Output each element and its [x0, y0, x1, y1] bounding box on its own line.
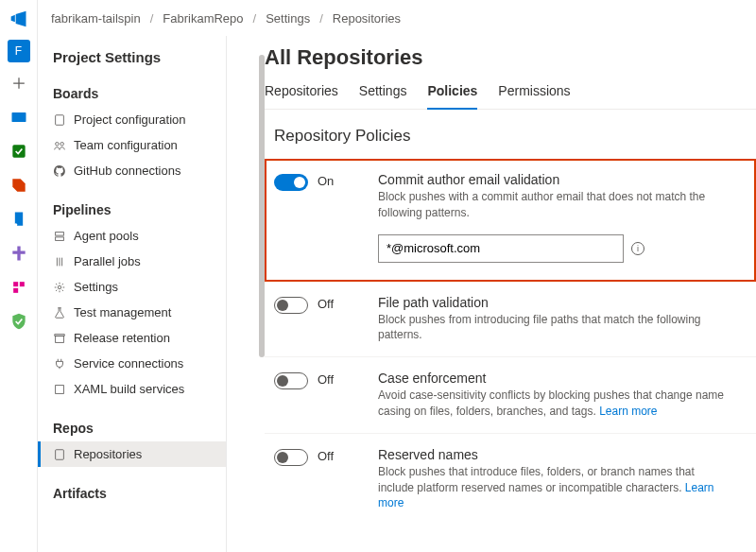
nav-item-label: Team configuration: [74, 138, 178, 152]
svg-rect-9: [56, 232, 64, 235]
extensions-icon[interactable]: [6, 274, 32, 301]
svg-rect-13: [56, 385, 64, 393]
tabs-bar: Repositories Settings Policies Permissio…: [265, 83, 756, 110]
nav-settings[interactable]: Settings: [38, 274, 226, 300]
nav-item-label: Parallel jobs: [74, 254, 141, 268]
policy-desc: Block pushes that introduce files, folde…: [378, 464, 728, 511]
learn-more-link[interactable]: Learn more: [599, 405, 657, 418]
svg-rect-0: [11, 112, 26, 122]
breadcrumb-separator-icon: /: [253, 11, 257, 26]
svg-point-11: [58, 285, 61, 289]
project-avatar-icon[interactable]: F: [8, 40, 30, 62]
nav-item-label: Settings: [74, 280, 118, 294]
nav-item-label: Project configuration: [74, 112, 186, 127]
tab-settings[interactable]: Settings: [359, 83, 407, 109]
section-title: Repository Policies: [265, 127, 756, 146]
breadcrumb: fabrikam-tailspin / FabrikamRepo / Setti…: [38, 0, 756, 36]
info-icon[interactable]: i: [631, 242, 644, 255]
nav-service-connections[interactable]: Service connections: [38, 351, 226, 376]
group-boards-label: Boards: [38, 80, 226, 107]
policy-title: Reserved names: [378, 447, 728, 462]
toggle-label: On: [318, 174, 334, 188]
toggle-file-path-validation[interactable]: [274, 297, 308, 314]
retention-icon: [53, 332, 66, 345]
nav-item-label: Test management: [74, 305, 171, 319]
nav-item-label: Release retention: [74, 331, 170, 345]
tab-repositories[interactable]: Repositories: [265, 83, 338, 109]
nav-xaml-build[interactable]: XAML build services: [38, 376, 226, 402]
project-settings-title: Project Settings: [38, 43, 226, 77]
svg-rect-4: [19, 282, 24, 286]
policy-desc: Block pushes from introducing file paths…: [378, 312, 728, 344]
group-artifacts-label: Artifacts: [38, 480, 226, 507]
toggle-label: Off: [318, 372, 334, 387]
tab-policies[interactable]: Policies: [427, 83, 477, 110]
policy-title: Commit author email validation: [378, 172, 728, 187]
add-icon[interactable]: [6, 70, 32, 96]
svg-rect-1: [12, 145, 25, 157]
email-pattern-input[interactable]: [378, 234, 624, 263]
svg-point-7: [56, 142, 60, 146]
document-icon: [53, 113, 66, 127]
artifacts-icon[interactable]: [6, 240, 32, 267]
nav-item-label: Agent pools: [74, 229, 139, 243]
breadcrumb-separator-icon: /: [150, 11, 154, 26]
shield-icon[interactable]: [6, 308, 32, 335]
breadcrumb-settings[interactable]: Settings: [266, 11, 310, 26]
nav-test-management[interactable]: Test management: [38, 300, 226, 325]
nav-github-connections[interactable]: GitHub connections: [38, 158, 226, 183]
parallel-icon: [53, 255, 66, 268]
nav-item-label: XAML build services: [74, 382, 184, 396]
svg-rect-10: [56, 236, 64, 240]
nav-item-label: Service connections: [74, 356, 183, 371]
policy-case-enforcement: Off Case enforcement Avoid case-sensitiv…: [265, 357, 756, 434]
toggle-case-enforcement[interactable]: [274, 372, 308, 389]
svg-point-8: [60, 142, 64, 146]
scrollbar-thumb[interactable]: [259, 55, 265, 357]
team-icon: [53, 139, 66, 152]
plug-icon: [53, 357, 66, 371]
build-icon: [53, 383, 66, 396]
azure-devops-logo-icon[interactable]: [6, 6, 32, 32]
github-icon: [53, 164, 66, 178]
nav-agent-pools[interactable]: Agent pools: [38, 223, 226, 249]
nav-parallel-jobs[interactable]: Parallel jobs: [38, 249, 226, 274]
nav-project-configuration[interactable]: Project configuration: [38, 107, 226, 132]
test-plans-icon[interactable]: [6, 138, 32, 164]
page-title: All Repositories: [265, 45, 756, 70]
policy-reserved-names: Off Reserved names Block pushes that int…: [265, 434, 756, 525]
svg-point-2: [14, 223, 17, 226]
nav-release-retention[interactable]: Release retention: [38, 325, 226, 351]
breadcrumb-org[interactable]: fabrikam-tailspin: [51, 11, 141, 26]
nav-item-label: Repositories: [74, 447, 142, 461]
policy-title: Case enforcement: [378, 371, 728, 386]
policy-title: File path validation: [378, 295, 728, 310]
breadcrumb-current[interactable]: Repositories: [333, 11, 401, 26]
toggle-reserved-names[interactable]: [274, 449, 308, 466]
svg-rect-5: [13, 288, 18, 293]
toggle-commit-author-email[interactable]: [274, 174, 308, 191]
group-pipelines-label: Pipelines: [38, 197, 226, 223]
gear-icon: [53, 281, 66, 294]
content-area: All Repositories Repositories Settings P…: [227, 36, 756, 552]
nav-repositories[interactable]: Repositories: [38, 441, 226, 467]
settings-scrollbar[interactable]: [259, 36, 266, 552]
svg-rect-3: [13, 282, 18, 286]
nav-item-label: GitHub connections: [74, 164, 180, 178]
svg-rect-14: [56, 449, 64, 459]
toggle-label: Off: [318, 297, 334, 311]
policy-desc: Avoid case-sensitivity conflicts by bloc…: [378, 388, 728, 420]
pipelines-icon[interactable]: [6, 172, 32, 198]
breadcrumb-separator-icon: /: [319, 11, 323, 26]
repos-icon[interactable]: [6, 206, 32, 233]
policy-desc: Block pushes with a commit author email …: [378, 189, 728, 221]
boards-icon[interactable]: [6, 104, 32, 130]
nav-team-configuration[interactable]: Team configuration: [38, 132, 226, 158]
breadcrumb-project[interactable]: FabrikamRepo: [163, 11, 243, 26]
project-settings-panel: Project Settings Boards Project configur…: [38, 36, 227, 552]
group-repos-label: Repos: [38, 415, 226, 441]
toggle-label: Off: [318, 449, 334, 463]
svg-rect-12: [56, 336, 64, 342]
svg-rect-6: [56, 114, 64, 125]
tab-permissions[interactable]: Permissions: [498, 83, 570, 109]
